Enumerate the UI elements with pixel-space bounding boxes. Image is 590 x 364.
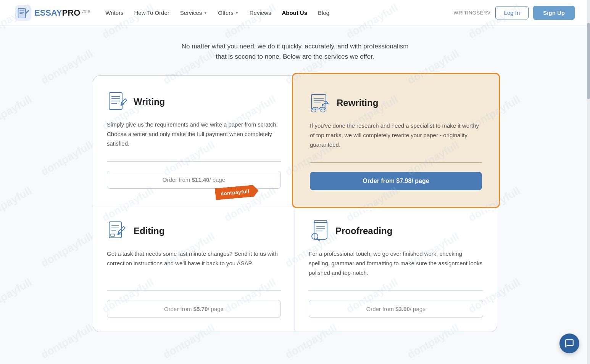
nav-right: WRITINGSERV Log In Sign Up xyxy=(454,6,575,20)
nav-about-us[interactable]: About Us xyxy=(282,10,307,16)
writing-price-text: Order from xyxy=(163,176,192,183)
services-chevron-icon: ▼ xyxy=(203,11,207,15)
rewriting-card: Rewriting If you've done the research an… xyxy=(292,73,500,208)
proofreading-title: Proofreading xyxy=(335,226,392,236)
logo-text-essay: ESSAY xyxy=(34,8,62,18)
writing-icon xyxy=(107,91,128,112)
rewriting-price-unit: / page xyxy=(411,178,429,184)
nav-services[interactable]: Services ▼ xyxy=(180,10,207,16)
proofreading-icon xyxy=(309,220,330,242)
svg-point-15 xyxy=(311,109,316,112)
writing-card: Writing Simply give us the requirements … xyxy=(93,76,295,205)
editing-price-text: Order from xyxy=(164,306,193,312)
proofreading-order-button[interactable]: Order from $3.00/ page xyxy=(309,300,483,318)
writing-price: $11.40 xyxy=(192,176,210,183)
rewriting-icon xyxy=(310,92,331,114)
svg-rect-17 xyxy=(109,222,121,238)
proofreading-divider xyxy=(309,290,483,291)
writing-serv-label: WRITINGSERV xyxy=(454,10,491,16)
proofreading-price-unit: / page xyxy=(410,306,426,312)
editing-description: Got a task that needs some last minute c… xyxy=(107,249,281,280)
proofreading-price-text: Order from xyxy=(366,306,396,312)
editing-price-unit: / page xyxy=(208,306,224,312)
signup-button[interactable]: Sign Up xyxy=(533,6,575,20)
writing-title: Writing xyxy=(134,96,165,107)
logo[interactable]: ESSAYPRO.com xyxy=(15,5,90,21)
navbar: ESSAYPRO.com Writers How To Order Servic… xyxy=(0,0,590,26)
chat-icon xyxy=(564,338,574,348)
logo-com: .com xyxy=(80,8,90,13)
logo-text-pro: PRO xyxy=(62,8,81,18)
editing-card-header: Editing xyxy=(107,220,281,242)
nav-blog[interactable]: Blog xyxy=(318,10,329,16)
writing-card-header: Writing xyxy=(107,91,281,112)
proofreading-card: Proofreading For a professional touch, w… xyxy=(295,205,497,332)
rewriting-card-header: Rewriting xyxy=(310,92,482,114)
rewriting-price-text: Order from xyxy=(363,178,396,184)
services-grid: Writing Simply give us the requirements … xyxy=(93,75,497,332)
editing-title: Editing xyxy=(134,226,164,236)
scrollbar-track[interactable] xyxy=(587,0,590,355)
editing-card: Editing Got a task that needs some last … xyxy=(93,205,295,332)
nav-offers[interactable]: Offers ▼ xyxy=(218,10,239,16)
editing-price: $5.70 xyxy=(193,306,208,312)
logo-icon xyxy=(15,5,31,21)
editing-divider xyxy=(107,290,281,291)
rewriting-title: Rewriting xyxy=(337,98,378,108)
proofreading-description: For a professional touch, we go over fin… xyxy=(309,249,483,280)
rewriting-description: If you've done the research and need a s… xyxy=(310,121,482,152)
main-content: No matter what you need, we do it quickl… xyxy=(85,26,505,355)
svg-rect-11 xyxy=(311,95,326,109)
offers-chevron-icon: ▼ xyxy=(235,11,239,15)
intro-line1: No matter what you need, we do it quickl… xyxy=(93,41,497,51)
rewriting-price: $7.98 xyxy=(396,178,411,184)
writing-divider xyxy=(107,161,281,162)
editing-icon xyxy=(107,220,128,242)
proofreading-card-header: Proofreading xyxy=(309,220,483,242)
intro-line2: that is second to none. Below are the se… xyxy=(93,51,497,62)
svg-rect-1 xyxy=(18,8,26,18)
nav-links: Writers How To Order Services ▼ Offers ▼… xyxy=(105,10,453,16)
proofreading-price: $3.00 xyxy=(395,306,410,312)
login-button[interactable]: Log In xyxy=(495,6,529,19)
scrollbar-thumb[interactable] xyxy=(587,23,590,99)
svg-point-16 xyxy=(321,109,325,112)
svg-rect-21 xyxy=(111,234,114,236)
chat-button[interactable] xyxy=(559,334,579,353)
intro-section: No matter what you need, we do it quickl… xyxy=(93,41,497,62)
nav-writers[interactable]: Writers xyxy=(105,10,123,16)
writing-description: Simply give us the requirements and we w… xyxy=(107,120,281,151)
editing-order-button[interactable]: Order from $5.70/ page xyxy=(107,300,281,318)
nav-how-to-order[interactable]: How To Order xyxy=(134,10,169,16)
rewriting-divider xyxy=(310,162,482,163)
nav-reviews[interactable]: Reviews xyxy=(250,10,271,16)
rewriting-order-button[interactable]: Order from $7.98/ page xyxy=(310,172,482,190)
writing-price-unit: / page xyxy=(209,176,225,183)
